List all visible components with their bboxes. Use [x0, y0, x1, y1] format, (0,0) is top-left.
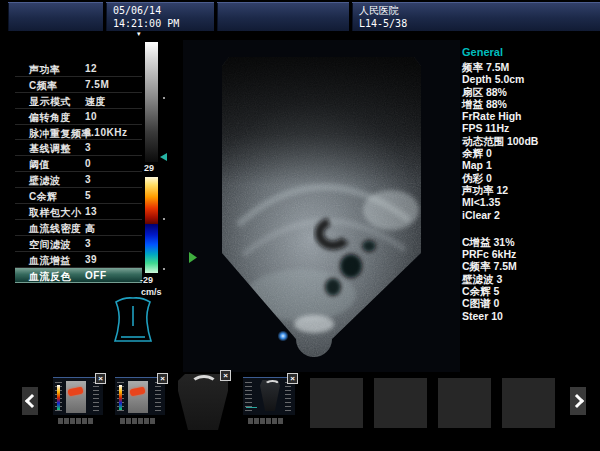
thumbnail-image [178, 374, 228, 430]
parameter-row[interactable]: 血流线密度 高 [15, 220, 142, 236]
parameter-label: C余辉 [29, 190, 58, 204]
parameter-value: 0 [85, 158, 91, 169]
parameter-row[interactable]: 偏转角度 10 [15, 109, 142, 125]
parameter-row[interactable]: 脉冲重复频率 6.10KHz [15, 125, 142, 141]
parameter-label: C频率 [29, 79, 58, 93]
empty-thumbnail-slot[interactable] [438, 378, 491, 428]
parameter-label: 显示模式 [29, 95, 71, 109]
chevron-right-icon [569, 394, 583, 408]
grayscale-bar [145, 42, 158, 162]
thumbs-next-button[interactable] [570, 387, 586, 415]
parameter-value: 速度 [85, 95, 106, 109]
probe-orientation-dot [278, 331, 289, 342]
velocity-min-label: -29 [140, 275, 153, 285]
thumb-doppler-blob [67, 387, 83, 397]
thumb-filmstrip [115, 418, 165, 424]
parameter-row[interactable]: 显示模式 速度 [15, 93, 142, 109]
thumb-teal-dash [246, 407, 257, 408]
parameter-panel: 声功率 12 C频率 7.5M 显示模式 速度 偏转角度 10 脉冲重复频率 6… [15, 61, 142, 283]
thumb-doppler-blob [129, 387, 145, 397]
close-icon[interactable]: × [220, 370, 231, 381]
parameter-row[interactable]: 取样包大小 13 [15, 204, 142, 220]
thumb-fan [260, 380, 280, 411]
caret-down-icon: ▾ [137, 30, 141, 38]
empty-thumbnail-slots [310, 378, 555, 428]
b-mode-param-line: Map 1 [462, 159, 598, 171]
doppler-colorbar-positive [145, 177, 158, 224]
c-mode-params: C增益 31%PRFc 6kHzC频率 7.5M壁滤波 3C余辉 5C图谱 0S… [462, 236, 598, 322]
parameter-row[interactable]: 血流反色 OFF [15, 268, 142, 284]
b-mode-param-line: 频率 7.5M [462, 61, 598, 73]
parameter-row[interactable]: 基线调整 3 [15, 140, 142, 156]
velocity-max-label: 29 [144, 163, 154, 173]
thumbnail-bmode-2[interactable]: × [243, 377, 295, 424]
parameter-row[interactable]: 声功率 12 [15, 61, 142, 77]
empty-thumbnail-slot[interactable] [310, 378, 363, 428]
thumb-colorbar [119, 385, 122, 410]
b-mode-param-line: 伪彩 0 [462, 172, 598, 184]
parameter-label: 空间滤波 [29, 238, 71, 252]
empty-thumbnail-slot[interactable] [502, 378, 555, 428]
parameter-value: 12 [85, 63, 97, 74]
parameter-label: 基线调整 [29, 142, 71, 156]
b-mode-param-line: 余辉 0 [462, 147, 598, 159]
close-icon[interactable]: × [287, 373, 298, 384]
hospital-name: 人民医院 [359, 4, 600, 17]
preset-label: General [462, 46, 598, 59]
scale-dot [163, 97, 165, 99]
b-mode-param-line: iClear 2 [462, 209, 598, 221]
parameter-row[interactable]: C频率 7.5M [15, 77, 142, 93]
thumb-bright-arc [263, 380, 282, 393]
parameter-value: 7.5M [85, 79, 109, 90]
parameter-value: 10 [85, 111, 97, 122]
b-mode-param-line: MI<1.35 [462, 196, 598, 208]
b-mode-param-line: 扇区 88% [462, 86, 598, 98]
focus-marker-icon [189, 252, 197, 263]
doppler-colorbar-negative [145, 224, 158, 273]
b-mode-param-line: 声功率 12 [462, 184, 598, 196]
topbar-box-empty-2 [217, 2, 349, 31]
parameter-label: 血流线密度 [29, 222, 82, 236]
thumb-grayscale-image [128, 381, 148, 413]
c-mode-param-line: C增益 31% [462, 236, 598, 248]
parameter-value: 高 [85, 222, 96, 236]
parameter-label: 脉冲重复频率 [29, 127, 92, 141]
thumbs-prev-button[interactable] [22, 387, 38, 415]
thumb-text-specks [155, 382, 161, 412]
c-mode-param-line: C频率 7.5M [462, 260, 598, 272]
parameter-label: 声功率 [29, 63, 61, 77]
ultrasound-image[interactable] [183, 40, 460, 372]
parameter-row[interactable]: 空间滤波 3 [15, 236, 142, 252]
date-text: 05/06/14 [113, 4, 214, 17]
parameter-row[interactable]: 壁滤波 3 [15, 172, 142, 188]
parameter-row[interactable]: 阈值 0 [15, 156, 142, 172]
b-mode-param-line: 动态范围 100dB [462, 135, 598, 147]
image-area[interactable] [183, 40, 460, 372]
topbar-hospital: 人民医院 L14-5/38 [352, 2, 600, 31]
c-mode-param-line: 壁滤波 3 [462, 273, 598, 285]
close-icon[interactable]: × [157, 373, 168, 384]
thumbnail-bmode-1[interactable]: × [178, 374, 228, 431]
topbar-datetime: 05/06/14 14:21:00 PM [106, 2, 214, 31]
b-mode-param-line: FrRate High [462, 110, 598, 122]
thumb-text-specks [285, 382, 291, 412]
thumbnail-doppler-2[interactable]: × [115, 377, 165, 424]
parameter-value: 3 [85, 142, 91, 153]
scale-dot [163, 268, 165, 270]
parameter-row[interactable]: 血流增益 39 [15, 252, 142, 268]
b-mode-params: 频率 7.5MDepth 5.0cm扇区 88%增益 88%FrRate Hig… [462, 61, 598, 221]
c-mode-param-line: PRFc 6kHz [462, 248, 598, 260]
thumb-grayscale-image [66, 381, 86, 413]
b-mode-param-line: 增益 88% [462, 98, 598, 110]
thumb-text-specks [93, 382, 99, 412]
parameter-row[interactable]: C余辉 5 [15, 188, 142, 204]
parameter-label: 偏转角度 [29, 111, 71, 125]
empty-thumbnail-slot[interactable] [374, 378, 427, 428]
c-mode-param-line: Steer 10 [462, 310, 598, 322]
body-marker-icon[interactable] [106, 296, 160, 348]
info-panel: General 频率 7.5MDepth 5.0cm扇区 88%增益 88%Fr… [462, 46, 598, 322]
thumbnail-doppler-1[interactable]: × [53, 377, 103, 424]
parameter-value: 3 [85, 174, 91, 185]
close-icon[interactable]: × [95, 373, 106, 384]
thumb-colorbar [57, 385, 60, 410]
